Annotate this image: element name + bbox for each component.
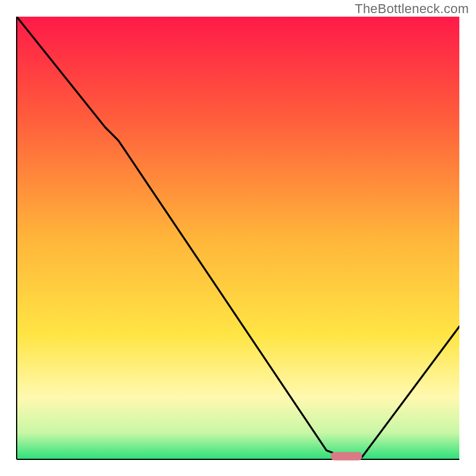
bottleneck-plot [0,0,476,476]
chart-stage: TheBottleneck.com [0,0,476,476]
optimum-marker [331,452,362,461]
plot-background [17,17,459,459]
